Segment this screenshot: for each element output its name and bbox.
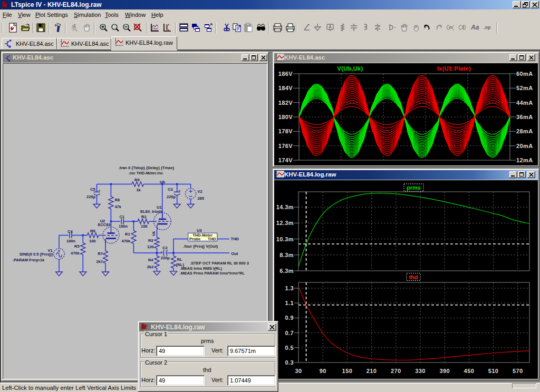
svg-text:R1: R1 [125, 232, 130, 237]
svg-text:12mA: 12mA [516, 157, 533, 163]
svg-text:R9: R9 [134, 178, 140, 182]
svg-text:+: + [99, 189, 101, 192]
svg-text:0.3: 0.3 [285, 359, 294, 366]
svg-text:U3: U3 [197, 228, 202, 233]
svg-text:Uk: Uk [152, 231, 156, 236]
svg-text:R4: R4 [148, 258, 153, 262]
svg-text:ECC83: ECC83 [98, 222, 110, 227]
svg-text:28mA: 28mA [516, 128, 533, 134]
svg-text:V2: V2 [197, 189, 202, 194]
svg-text:R3: R3 [148, 238, 153, 243]
svg-text:.four {Freq} V(Out): .four {Freq} V(Out) [183, 244, 218, 249]
svg-text:.op: .op [484, 25, 491, 30]
svg-text:90: 90 [320, 368, 326, 374]
svg-text:176V: 176V [278, 143, 293, 149]
svg-text:m: m [449, 25, 453, 30]
svg-text:184V: 184V [278, 85, 293, 91]
svg-text:470k: 470k [122, 239, 131, 243]
svg-text:510: 510 [488, 368, 499, 374]
svg-text:60mA: 60mA [516, 71, 533, 77]
svg-text:12.3m: 12.3m [276, 220, 294, 226]
svg-text:1k: 1k [136, 188, 141, 192]
svg-text:Ix(U1:Plate): Ix(U1:Plate) [437, 65, 471, 72]
svg-text:+: + [161, 250, 163, 253]
svg-text:0.5: 0.5 [285, 345, 294, 351]
svg-text:180V: 180V [278, 114, 293, 120]
svg-text:182V: 182V [278, 100, 293, 106]
svg-text:.tran 0 {Tstop} {Delay} {Tmax}: .tran 0 {Tstop} {Delay} {Tmax} [119, 165, 175, 170]
svg-text:220µ: 220µ [167, 194, 176, 199]
svg-text:R6: R6 [90, 229, 95, 233]
svg-text:330: 330 [415, 368, 426, 374]
svg-text:EL84_triode: EL84_triode [140, 209, 163, 214]
svg-text:R8: R8 [114, 198, 120, 202]
svg-text:Probe: Probe [189, 237, 200, 241]
svg-text:450: 450 [464, 368, 475, 374]
svg-text:0.7: 0.7 [285, 330, 294, 336]
svg-text:174V: 174V [278, 157, 293, 163]
svg-text:.MEAS Irms RMS I(RL): .MEAS Irms RMS I(RL) [180, 266, 223, 271]
svg-text:186V: 186V [278, 71, 293, 77]
svg-text:36mA: 36mA [516, 114, 533, 120]
svg-text:RL: RL [177, 257, 182, 262]
svg-text:150: 150 [342, 368, 353, 374]
svg-text:R5: R5 [74, 244, 80, 249]
svg-text:2k2: 2k2 [147, 264, 154, 269]
svg-text:C2: C2 [162, 246, 168, 250]
svg-text:470k: 470k [71, 251, 80, 256]
svg-text:C3: C3 [168, 187, 173, 192]
svg-text:prms: prms [407, 184, 421, 191]
svg-text:178V: 178V [278, 128, 293, 134]
svg-text:C1: C1 [119, 214, 124, 219]
svg-text:THD: THD [208, 237, 216, 241]
svg-text:100: 100 [141, 224, 148, 229]
svg-text:V(Ub,Uk): V(Ub,Uk) [338, 65, 363, 72]
svg-text:0.9: 0.9 [285, 315, 294, 321]
svg-text:220µ: 220µ [86, 194, 95, 199]
svg-text:52mA: 52mA [516, 85, 533, 91]
svg-text:10.3m: 10.3m [276, 236, 294, 242]
svg-text:120: 120 [147, 244, 154, 249]
svg-text:210: 210 [367, 368, 377, 374]
svg-text:1.1: 1.1 [285, 300, 294, 306]
svg-text:R2: R2 [141, 214, 147, 219]
svg-text:6.3m: 6.3m [279, 268, 294, 274]
svg-text:.MEAS Prms PARAM Irms*Irms*RL: .MEAS Prms PARAM Irms*Irms*RL [180, 271, 245, 276]
svg-text:.STEP OCT PARAM RL 30 600 3: .STEP OCT PARAM RL 30 600 3 [190, 261, 249, 266]
svg-text:+: + [179, 189, 181, 192]
svg-text:570: 570 [513, 368, 523, 374]
svg-text:20mA: 20mA [516, 143, 533, 149]
svg-text:14.3m: 14.3m [276, 204, 294, 210]
svg-text:100: 100 [89, 239, 96, 243]
svg-text:SINE(0 0.5 {Freq}): SINE(0 0.5 {Freq}) [20, 252, 53, 257]
svg-text:44mA: 44mA [516, 100, 533, 106]
svg-text:THD: THD [231, 237, 239, 241]
svg-text:390: 390 [439, 368, 450, 374]
svg-text:220µ: 220µ [161, 256, 170, 260]
svg-text:1.3: 1.3 [285, 285, 294, 291]
svg-text:.inc THD-Meter.inc: .inc THD-Meter.inc [129, 171, 163, 175]
svg-text:47k: 47k [114, 204, 121, 209]
svg-text:thd: thd [409, 274, 418, 280]
svg-text:C5: C5 [90, 187, 95, 192]
svg-text:100n: 100n [66, 239, 76, 243]
svg-text:C4: C4 [68, 229, 73, 234]
svg-text:Aa: Aa [470, 24, 479, 31]
svg-text:100n: 100n [119, 224, 128, 229]
svg-text:Out: Out [231, 251, 238, 256]
svg-text:Ub: Ub [160, 180, 165, 184]
svg-text:8.3m: 8.3m [279, 252, 294, 258]
svg-text:R7: R7 [98, 251, 103, 256]
svg-text:30: 30 [295, 368, 302, 374]
svg-text:270: 270 [391, 368, 401, 374]
svg-text:2k7: 2k7 [96, 259, 103, 264]
svg-text:265: 265 [197, 196, 204, 201]
svg-text:.PARAM Freq=1k: .PARAM Freq=1k [13, 258, 45, 262]
